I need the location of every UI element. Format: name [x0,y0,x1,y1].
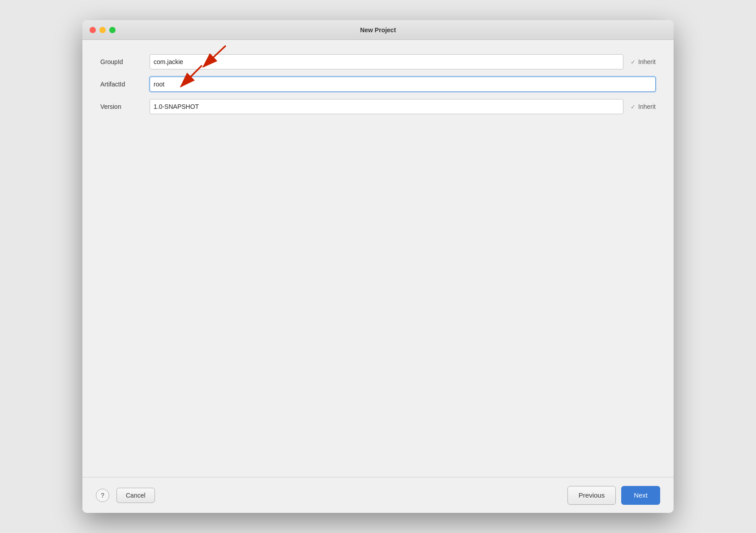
cancel-button[interactable]: Cancel [116,488,155,503]
groupid-input[interactable] [150,54,623,69]
groupid-inherit: ✓ Inherit [631,58,656,65]
artifactid-input[interactable] [150,77,656,92]
window-controls [90,27,116,33]
footer: ? Cancel Previous Next [82,477,674,513]
title-bar: New Project [82,20,674,40]
groupid-inherit-label: Inherit [638,58,656,65]
previous-button[interactable]: Previous [567,486,616,505]
version-inherit-label: Inherit [638,103,656,110]
version-input[interactable] [150,99,623,114]
footer-left: ? Cancel [96,488,155,503]
footer-right: Previous Next [567,486,660,505]
version-inherit: ✓ Inherit [631,103,656,110]
version-row: Version ✓ Inherit [100,98,656,115]
form-area: GroupId ✓ Inherit ArtifactId Version ✓ I… [100,53,656,120]
version-inherit-check-icon: ✓ [631,103,636,110]
artifactid-row: ArtifactId [100,76,656,93]
dialog-title: New Project [360,26,396,34]
artifactid-label: ArtifactId [100,81,150,88]
version-label: Version [100,103,150,110]
inherit-check-icon: ✓ [631,59,636,65]
content-area: GroupId ✓ Inherit ArtifactId Version ✓ I… [82,40,674,477]
next-button[interactable]: Next [621,486,660,505]
new-project-dialog: New Project GroupId ✓ Inherit ArtifactId… [82,20,674,513]
help-button[interactable]: ? [96,489,109,502]
groupid-row: GroupId ✓ Inherit [100,53,656,70]
groupid-label: GroupId [100,58,150,65]
minimize-button[interactable] [99,27,106,33]
maximize-button[interactable] [109,27,116,33]
close-button[interactable] [90,27,96,33]
